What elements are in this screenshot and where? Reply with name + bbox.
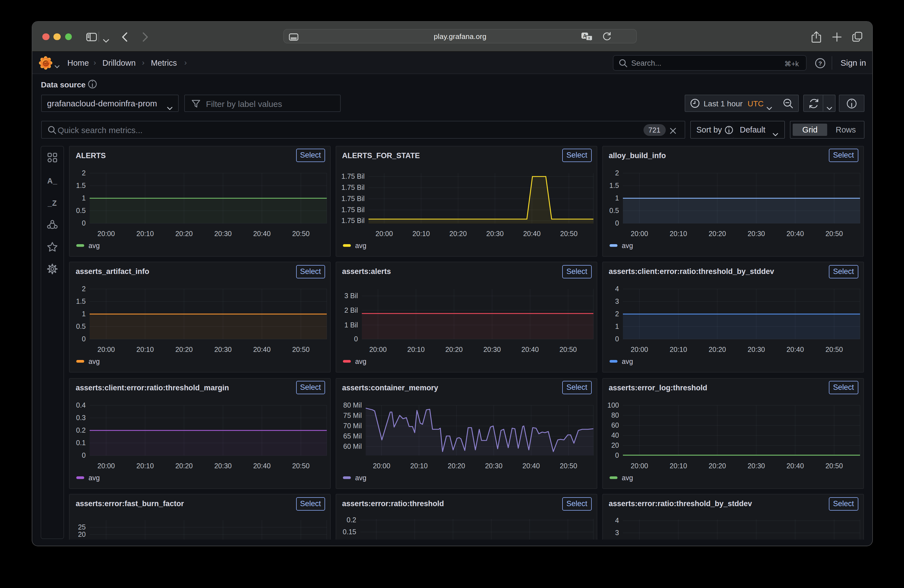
- svg-text:avg: avg: [89, 357, 100, 365]
- svg-text:20:40: 20:40: [253, 462, 271, 469]
- svg-text:20:20: 20:20: [175, 229, 193, 237]
- svg-text:20:00: 20:00: [375, 229, 393, 237]
- svg-text:70 Mil: 70 Mil: [343, 422, 362, 429]
- svg-text:1.75 Bil: 1.75 Bil: [341, 172, 364, 180]
- svg-text:20:10: 20:10: [412, 229, 430, 237]
- svg-text:20:10: 20:10: [669, 229, 687, 237]
- svg-text:20:30: 20:30: [214, 229, 232, 237]
- svg-text:20:20: 20:20: [445, 346, 463, 353]
- svg-text:0: 0: [82, 451, 86, 459]
- svg-text:20:30: 20:30: [747, 346, 765, 353]
- svg-text:0.2: 0.2: [76, 426, 86, 434]
- svg-text:4: 4: [615, 517, 619, 524]
- svg-text:1.75 Bil: 1.75 Bil: [341, 183, 364, 191]
- svg-text:20:20: 20:20: [708, 229, 726, 237]
- svg-text:80: 80: [611, 411, 619, 419]
- svg-text:20:30: 20:30: [483, 346, 501, 353]
- svg-text:20:20: 20:20: [708, 346, 726, 353]
- svg-text:20:40: 20:40: [253, 229, 271, 237]
- svg-text:80 Mil: 80 Mil: [343, 401, 362, 409]
- svg-text:1: 1: [615, 194, 619, 202]
- svg-text:3: 3: [615, 297, 619, 305]
- svg-text:0: 0: [82, 335, 86, 343]
- svg-text:0: 0: [615, 335, 619, 343]
- svg-text:20:00: 20:00: [97, 462, 115, 469]
- svg-text:20:40: 20:40: [522, 462, 540, 469]
- svg-text:20:40: 20:40: [253, 346, 271, 353]
- svg-text:20:50: 20:50: [560, 229, 577, 237]
- svg-text:20:50: 20:50: [292, 462, 310, 469]
- svg-text:1.75 Bil: 1.75 Bil: [341, 205, 364, 213]
- svg-text:20:50: 20:50: [292, 229, 310, 237]
- svg-text:1.75 Bil: 1.75 Bil: [341, 217, 364, 224]
- svg-text:20:20: 20:20: [447, 462, 465, 469]
- svg-text:avg: avg: [89, 474, 100, 481]
- svg-text:20:10: 20:10: [669, 346, 687, 353]
- svg-text:avg: avg: [355, 241, 366, 249]
- svg-text:20:00: 20:00: [631, 462, 648, 469]
- svg-text:60: 60: [611, 421, 619, 429]
- svg-text:2: 2: [615, 169, 619, 177]
- svg-text:1: 1: [82, 310, 86, 318]
- svg-text:20:00: 20:00: [369, 346, 387, 353]
- svg-text:2 Bil: 2 Bil: [344, 306, 358, 314]
- svg-text:0.4: 0.4: [76, 401, 86, 409]
- svg-text:20:50: 20:50: [825, 229, 843, 237]
- svg-text:20:10: 20:10: [669, 462, 687, 469]
- svg-text:1.75 Bil: 1.75 Bil: [341, 194, 364, 202]
- svg-text:0.1: 0.1: [76, 438, 86, 446]
- svg-text:1.5: 1.5: [76, 181, 86, 189]
- svg-text:avg: avg: [621, 357, 633, 365]
- svg-text:65 Mil: 65 Mil: [343, 432, 362, 439]
- svg-text:20:20: 20:20: [449, 229, 467, 237]
- svg-text:20:40: 20:40: [786, 229, 804, 237]
- svg-text:0.2: 0.2: [346, 516, 356, 524]
- svg-text:20:40: 20:40: [521, 346, 539, 353]
- svg-text:20:30: 20:30: [214, 462, 232, 469]
- svg-text:20:50: 20:50: [825, 462, 843, 469]
- svg-text:1.5: 1.5: [76, 297, 86, 305]
- svg-text:20:00: 20:00: [631, 229, 648, 237]
- svg-text:20:40: 20:40: [523, 229, 541, 237]
- svg-text:75 Mil: 75 Mil: [343, 411, 362, 419]
- svg-text:20:50: 20:50: [559, 462, 577, 469]
- svg-text:20:20: 20:20: [175, 462, 193, 469]
- svg-text:0.3: 0.3: [76, 413, 86, 421]
- svg-text:2: 2: [615, 310, 619, 318]
- svg-text:3 Bil: 3 Bil: [344, 292, 358, 300]
- svg-text:0.5: 0.5: [76, 206, 86, 214]
- svg-text:20:00: 20:00: [97, 346, 115, 353]
- svg-text:20:30: 20:30: [747, 462, 765, 469]
- svg-text:25: 25: [78, 523, 86, 531]
- svg-text:2: 2: [82, 285, 86, 292]
- svg-text:0.5: 0.5: [609, 206, 619, 214]
- svg-text:20:50: 20:50: [292, 346, 310, 353]
- svg-text:?: ?: [819, 60, 822, 66]
- svg-text:avg: avg: [355, 357, 366, 365]
- svg-text:20:30: 20:30: [747, 229, 765, 237]
- svg-text:20: 20: [78, 530, 86, 538]
- svg-text:20:30: 20:30: [214, 346, 232, 353]
- svg-text:0: 0: [615, 451, 619, 459]
- svg-text:0: 0: [354, 335, 358, 343]
- svg-text:1: 1: [615, 322, 619, 330]
- svg-text:avg: avg: [89, 241, 100, 249]
- svg-text:20:50: 20:50: [825, 346, 843, 353]
- svg-text:60 Mil: 60 Mil: [343, 442, 362, 450]
- svg-text:4: 4: [615, 285, 619, 292]
- svg-text:20:50: 20:50: [559, 346, 577, 353]
- svg-text:20:10: 20:10: [407, 346, 424, 353]
- svg-text:1: 1: [82, 194, 86, 202]
- svg-text:20:10: 20:10: [136, 462, 154, 469]
- svg-text:40: 40: [611, 431, 619, 439]
- svg-text:1 Bil: 1 Bil: [344, 321, 358, 329]
- svg-text:3: 3: [615, 529, 619, 536]
- svg-text:0: 0: [615, 219, 619, 227]
- svg-text:20:00: 20:00: [97, 229, 115, 237]
- svg-text:avg: avg: [621, 474, 633, 481]
- svg-text:20:40: 20:40: [786, 346, 804, 353]
- svg-text:20:00: 20:00: [631, 346, 648, 353]
- svg-text:x: x: [588, 35, 590, 40]
- svg-text:20:40: 20:40: [786, 462, 804, 469]
- svg-text:0.5: 0.5: [76, 322, 86, 330]
